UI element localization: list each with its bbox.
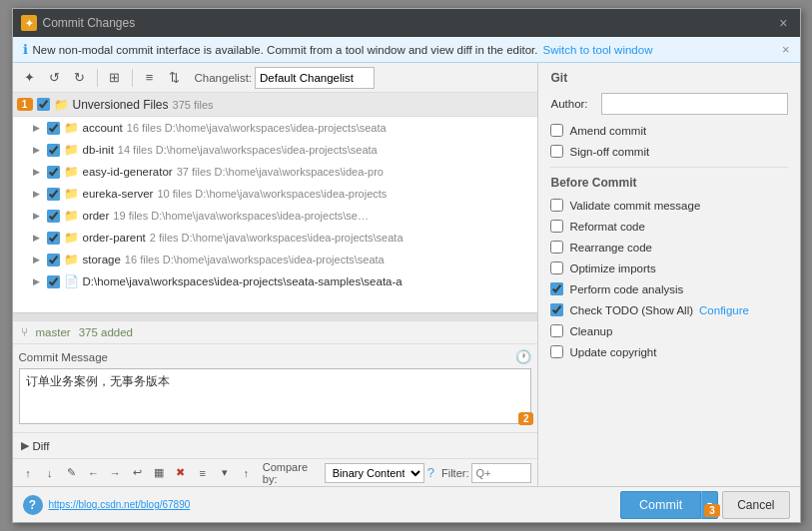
author-label: Author: xyxy=(550,98,595,110)
diff-edit-button[interactable]: ✎ xyxy=(62,463,81,483)
rearrange-code-checkbox[interactable] xyxy=(550,241,563,254)
item-name: db-init xyxy=(83,144,114,156)
validate-commit-checkbox[interactable] xyxy=(550,199,563,212)
status-bar: ⑂ master 375 added xyxy=(13,320,538,344)
info-close-button[interactable]: × xyxy=(782,42,790,57)
info-bar-text: ℹ New non-modal commit interface is avai… xyxy=(23,42,653,57)
author-input[interactable] xyxy=(601,93,787,115)
list-item[interactable]: ▶ 📁 storage 16 files D:\home\java\worksp… xyxy=(13,249,538,270)
url-text[interactable]: https://blog.csdn.net/blog/67890 xyxy=(49,499,191,510)
commit-button[interactable]: Commit xyxy=(620,491,701,519)
folder-icon: 📁 xyxy=(64,165,79,179)
list-item[interactable]: ▶ 📁 eureka-server 10 files D:\home\java\… xyxy=(13,183,538,205)
check-todo-checkbox[interactable] xyxy=(550,303,563,316)
item-checkbox[interactable] xyxy=(47,232,60,245)
amend-commit-checkbox[interactable] xyxy=(550,124,563,137)
diff-dropdown-button[interactable]: ▾ xyxy=(215,463,234,483)
validate-commit-label[interactable]: Validate commit message xyxy=(569,200,700,212)
sort2-button[interactable]: ⇅ xyxy=(164,67,186,89)
diff-label: Diff xyxy=(33,440,50,452)
list-item[interactable]: ▶ 📁 account 16 files D:\home\java\worksp… xyxy=(13,117,538,139)
optimize-imports-checkbox[interactable] xyxy=(550,262,563,274)
item-name: D:\home\java\workspaces\idea-projects\se… xyxy=(83,275,403,287)
item-info: 16 files D:\home\java\workspaces\idea-pr… xyxy=(127,122,387,134)
file-toolbar: ✦ ↺ ↻ ⊞ ≡ ⇅ Changelist: Default Changeli… xyxy=(13,63,538,93)
diff-expand-arrow-icon[interactable]: ▶ xyxy=(21,439,29,452)
item-name: eureka-server xyxy=(83,188,154,200)
rearrange-code-row: Rearrange code xyxy=(550,240,787,255)
cancel-button[interactable]: Cancel xyxy=(722,491,789,519)
expand-arrow-icon: ▶ xyxy=(33,276,43,286)
bottom-left: ? https://blog.csdn.net/blog/67890 xyxy=(23,495,191,515)
tree-header: 1 📁 Unversioned Files 375 files xyxy=(13,93,538,117)
rearrange-code-label[interactable]: Rearrange code xyxy=(569,242,651,254)
horizontal-scrollbar[interactable] xyxy=(13,312,538,320)
diff-menu-button[interactable]: ≡ xyxy=(193,463,212,483)
changelist-wrapper: Default Changelist xyxy=(255,67,375,89)
commit-button-group: Commit ▾ 3 xyxy=(620,491,718,519)
bottom-right: Commit ▾ 3 Cancel xyxy=(620,491,789,519)
item-checkbox[interactable] xyxy=(47,188,60,201)
diff-right-button[interactable]: → xyxy=(106,463,125,483)
list-item[interactable]: ▶ 📁 order 19 files D:\home\java\workspac… xyxy=(13,205,538,227)
switch-to-tool-window-link[interactable]: Switch to tool window xyxy=(543,44,653,56)
optimize-imports-label[interactable]: Optimize imports xyxy=(569,263,655,274)
clock-icon[interactable]: 🕐 xyxy=(515,349,531,364)
diff-revert-button[interactable]: ↩ xyxy=(128,463,147,483)
list-item[interactable]: ▶ 📁 order-parent 2 files D:\home\java\wo… xyxy=(13,227,538,249)
cleanup-label[interactable]: Cleanup xyxy=(569,325,612,337)
reformat-code-label[interactable]: Reformat code xyxy=(569,221,644,233)
diff-down-button[interactable]: ↓ xyxy=(40,463,59,483)
unversioned-files-checkbox[interactable] xyxy=(37,98,50,111)
diff-up2-button[interactable]: ↑ xyxy=(237,463,256,483)
item-checkbox[interactable] xyxy=(47,254,60,266)
help-button[interactable]: ? xyxy=(23,495,43,515)
perform-code-analysis-checkbox[interactable] xyxy=(550,282,563,295)
before-commit-title: Before Commit xyxy=(550,176,787,190)
sort-button[interactable]: ≡ xyxy=(139,67,161,89)
diff-section-header[interactable]: ▶ Diff xyxy=(13,432,538,458)
commit-message-textarea[interactable]: 订单业务案例，无事务版本 xyxy=(19,368,532,424)
title-bar: ✦ Commit Changes × xyxy=(13,9,800,37)
help-icon[interactable]: ? xyxy=(427,465,434,480)
changelist-label: Changelist: xyxy=(195,72,253,84)
refresh-button[interactable]: ↻ xyxy=(69,67,91,89)
diff-left-button[interactable]: ← xyxy=(84,463,103,483)
unversioned-badge: 1 xyxy=(17,98,33,111)
list-item[interactable]: ▶ 📄 D:\home\java\workspaces\idea-project… xyxy=(13,270,538,292)
add-button[interactable]: ✦ xyxy=(19,67,41,89)
perform-code-analysis-label[interactable]: Perform code analysis xyxy=(569,283,683,295)
item-name: order-parent xyxy=(83,232,146,244)
item-checkbox[interactable] xyxy=(47,122,60,135)
item-checkbox[interactable] xyxy=(47,210,60,223)
item-info: 2 files D:\home\java\workspaces\idea-pro… xyxy=(150,232,404,244)
configure-link[interactable]: Configure xyxy=(699,304,749,316)
amend-commit-label[interactable]: Amend commit xyxy=(569,125,646,137)
expand-arrow-icon: ▶ xyxy=(33,189,43,199)
update-copyright-label[interactable]: Update copyright xyxy=(569,346,656,358)
reformat-code-checkbox[interactable] xyxy=(550,220,563,233)
item-info: 19 files D:\home\java\workspaces\idea-pr… xyxy=(113,210,373,222)
update-copyright-checkbox[interactable] xyxy=(550,345,563,358)
main-content: ✦ ↺ ↻ ⊞ ≡ ⇅ Changelist: Default Changeli… xyxy=(13,63,800,486)
diff-grid-button[interactable]: ▦ xyxy=(150,463,169,483)
undo-button[interactable]: ↺ xyxy=(44,67,66,89)
signoff-commit-label[interactable]: Sign-off commit xyxy=(569,146,649,158)
changelist-select[interactable]: Default Changelist xyxy=(255,67,375,89)
list-item[interactable]: ▶ 📁 db-init 14 files D:\home\java\worksp… xyxy=(13,139,538,161)
diff-remove-button[interactable]: ✖ xyxy=(171,463,190,483)
filter-input[interactable] xyxy=(471,463,531,483)
item-checkbox[interactable] xyxy=(47,166,60,179)
list-view-button[interactable]: ⊞ xyxy=(104,67,126,89)
item-info: 10 files D:\home\java\workspaces\idea-pr… xyxy=(157,188,387,200)
signoff-commit-checkbox[interactable] xyxy=(550,145,563,158)
compare-select[interactable]: Binary Content Text Content xyxy=(325,463,424,483)
diff-up-button[interactable]: ↑ xyxy=(19,463,38,483)
item-checkbox[interactable] xyxy=(47,275,60,288)
cleanup-checkbox[interactable] xyxy=(550,324,563,337)
info-message: New non-modal commit interface is availa… xyxy=(33,44,538,56)
dialog-close-button[interactable]: × xyxy=(775,15,791,31)
item-checkbox[interactable] xyxy=(47,144,60,157)
list-item[interactable]: ▶ 📁 easy-id-generator 37 files D:\home\j… xyxy=(13,161,538,183)
check-todo-label[interactable]: Check TODO (Show All) xyxy=(569,304,693,316)
